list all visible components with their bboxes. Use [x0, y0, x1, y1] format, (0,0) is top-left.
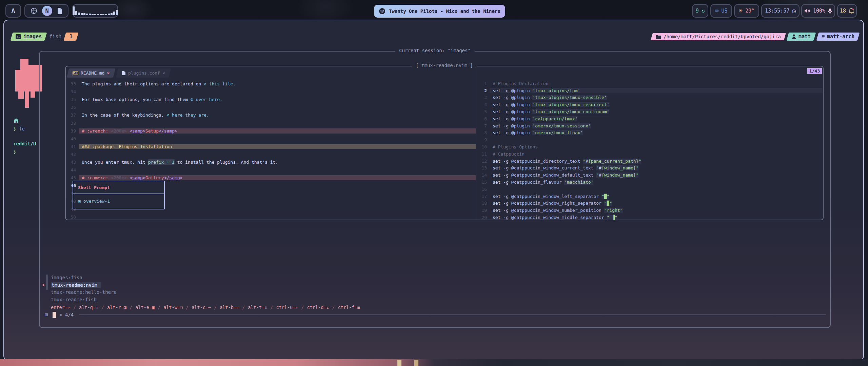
editor-line: 8set -g @plugin 'omerxx/tmux-floax'	[477, 129, 823, 137]
tmux-status-bar: images fish 1 /home/matt/Pictures/reddit…	[12, 32, 859, 41]
bell-icon	[849, 8, 854, 14]
shell-prompt-table: Shell Prompt ▣ overview-1	[73, 181, 165, 209]
volume-level: 100%	[813, 8, 825, 14]
file-manager-icon[interactable]	[57, 7, 63, 15]
visualizer-bars	[73, 6, 118, 15]
keyboard-layout-widget[interactable]: ⌨ US	[710, 4, 732, 18]
refresh-icon: ↻	[702, 8, 705, 14]
bg-prompt-line2: ❯	[13, 149, 16, 155]
editor-line: 15set -g @catppuccin_flavour 'macchiato'	[477, 179, 823, 186]
popup-title: Current session: "images"	[395, 48, 475, 53]
session-list-item[interactable]: tmux-readme:hello-there	[43, 288, 117, 296]
spotify-icon	[379, 8, 386, 15]
search-prompt[interactable]: ⊞ < 4/4	[45, 311, 74, 319]
session-list-item[interactable]: images:fish	[43, 274, 82, 281]
hint-enter: enter=↩	[51, 305, 70, 310]
tmux-host-segment: ≣ matt-arch	[816, 33, 860, 41]
clock-widget[interactable]: 13:55:57 ◷	[761, 4, 800, 18]
session-list-item[interactable]: ▶tmux-readme:nvim	[43, 281, 101, 289]
tab-plugins-conf[interactable]: plugins.conf ×	[116, 68, 171, 78]
session-name: tmux-readme:nvim	[51, 282, 101, 288]
volume-widget[interactable]: 100%	[801, 4, 835, 18]
user-icon	[792, 34, 796, 39]
hint-alt-r: alt-r=◪	[107, 305, 126, 310]
terminal-icon	[16, 34, 21, 39]
hint-alt-c: alt-c=⋯	[192, 305, 211, 310]
editor-right-pane: 1# Plugins Declaration2set -g @plugin 't…	[477, 80, 823, 221]
tmux-user: matt	[798, 34, 811, 40]
editor-line: 18set -g @catppuccin_window_right_separa…	[477, 200, 823, 207]
image-icon: ▣	[78, 199, 81, 204]
tmux-cwd-segment: /home/matt/Pictures/reddit/Upvoted/gojir…	[651, 33, 786, 40]
updates-count: 9	[696, 8, 699, 14]
editor-line: 9	[477, 136, 823, 143]
hint-alt-t: alt-t=⇩	[248, 305, 267, 310]
time-label: 13:55:57	[765, 8, 789, 14]
hint-alt-b: alt-b=←	[220, 305, 239, 310]
editor-line: 1# Plugins Declaration	[477, 80, 823, 87]
close-tab-icon[interactable]: ×	[162, 70, 165, 76]
tab-position-badge: 1/43	[807, 68, 822, 74]
close-tab-icon[interactable]: ×	[107, 70, 110, 76]
editor-line: 43Once you enter tmux, hit prefix + I to…	[66, 158, 476, 166]
session-list-item[interactable]: tmux-readme:fish	[43, 296, 97, 303]
editor-line: 4set -g @plugin 'tmux-plugins/tmux-resur…	[477, 101, 823, 108]
editor-line: 5set -g @plugin 'tmux-plugins/tmux-conti…	[477, 108, 823, 115]
temperature: 29°	[745, 8, 754, 14]
editor-line: 38	[66, 119, 476, 127]
launcher-button[interactable]: Λ	[5, 4, 21, 18]
browser-icon[interactable]	[31, 7, 37, 14]
pane-separator[interactable]	[476, 66, 476, 220]
now-playing-widget[interactable]: Twenty One Pilots - Nico and the Niners	[374, 5, 505, 18]
preview-title: [ tmux-readme:nvim ]	[412, 63, 477, 68]
editor-line: 16	[477, 186, 823, 193]
tmux-user-segment: matt	[786, 33, 816, 41]
editor-line: 11# Catppuccin	[477, 150, 823, 158]
weather-widget[interactable]: ☀ 29°	[734, 4, 759, 18]
editor-line: 33The plugins and their options are decl…	[66, 80, 476, 88]
session-name: tmux-readme:hello-there	[51, 289, 117, 295]
markdown-icon	[73, 71, 78, 75]
folder-icon	[656, 35, 661, 39]
editor-line: 37In the case of the keybindings, ⊘ here…	[66, 111, 476, 119]
preview-pane: [ tmux-readme:nvim ] README.md ×	[65, 66, 824, 220]
prompt-separator	[79, 314, 826, 315]
notification-count: 18	[840, 8, 846, 14]
desktop: Λ N Twenty One Pilots - Nico and the Nin…	[0, 0, 868, 366]
tab-label: README.md	[81, 70, 104, 76]
sun-icon: ☀	[739, 8, 743, 14]
editor-line: 7set -g @plugin 'omerxx/tmux-sessionx'	[477, 122, 823, 129]
editor-line: 19set -g @catppuccin_window_number_posit…	[477, 207, 823, 214]
hint-ctrl-f: ctrl-f=≡	[338, 305, 360, 310]
song-title: Twenty One Pilots - Nico and the Niners	[389, 8, 500, 14]
tmux-window-name[interactable]: fish	[49, 34, 61, 40]
tmux-window-index[interactable]: 1	[64, 33, 79, 41]
editor-line: 41### :package: Plugins Installation	[66, 143, 476, 150]
neovim-icon[interactable]: N	[42, 6, 52, 16]
editor-line: 42	[66, 150, 476, 158]
selection-pointer-icon: ▶	[43, 283, 51, 287]
editor-line: 40	[66, 135, 476, 143]
editor-line: 6set -g @plugin 'catppuccin/tmux'	[477, 115, 823, 122]
editor-line: 34	[66, 88, 476, 96]
editor-line: 3set -g @plugin 'tmux-plugins/tmux-sensi…	[477, 94, 823, 101]
editor-line: 39# :wrench: <200e> <samp>Setup</samp>	[66, 127, 476, 135]
keyboard-icon: ⌨	[715, 8, 719, 14]
hint-alt-w: alt-w=❐	[163, 305, 183, 310]
layout-label: US	[721, 8, 727, 14]
tmux-session-tab[interactable]: images	[11, 33, 47, 41]
notifications-widget[interactable]: 18	[837, 4, 857, 18]
microphone-icon	[828, 8, 832, 14]
tmux-host: matt-arch	[827, 34, 854, 40]
tab-readme[interactable]: README.md ×	[67, 68, 116, 78]
match-counter: < 4/4	[59, 312, 74, 318]
editor-line: 44	[66, 166, 476, 174]
editor-line: 36	[66, 103, 476, 111]
updates-widget[interactable]: 9 ↻	[692, 4, 708, 18]
bg-prompt-command: fe	[19, 126, 25, 131]
editor-line: 12set -g @catppuccin_directory_text "#{p…	[477, 158, 823, 165]
hint-ctrl-d: ctrl-d=↧	[307, 305, 329, 310]
editor-line: 14set -g @catppuccin_window_default_text…	[477, 171, 823, 179]
host-icon: ≣	[822, 34, 825, 40]
hint-alt-q: alt-q=⌧	[79, 305, 98, 310]
